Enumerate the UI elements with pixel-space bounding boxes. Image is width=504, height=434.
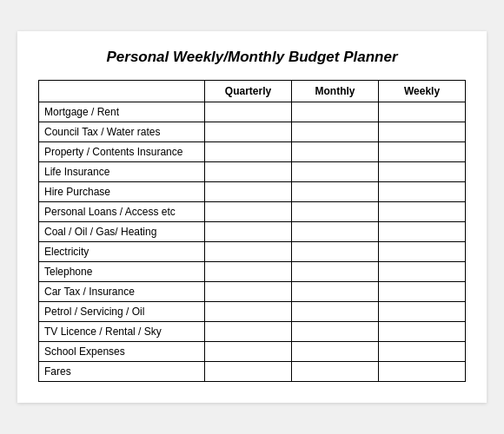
row-cell[interactable]: [379, 362, 466, 382]
row-cell[interactable]: [292, 202, 379, 222]
row-cell[interactable]: [379, 162, 466, 182]
table-row: Personal Loans / Access etc: [39, 202, 466, 222]
row-label: Life Insurance: [39, 162, 205, 182]
row-cell[interactable]: [379, 342, 466, 362]
table-row: Coal / Oil / Gas/ Heating: [39, 222, 466, 242]
row-cell[interactable]: [292, 242, 379, 262]
col-header-quarterly: Quarterly: [205, 81, 292, 102]
table-row: Mortgage / Rent: [39, 102, 466, 122]
row-cell[interactable]: [205, 202, 292, 222]
row-label: Property / Contents Insurance: [39, 142, 205, 162]
row-cell[interactable]: [205, 182, 292, 202]
row-label: Personal Loans / Access etc: [39, 202, 205, 222]
row-cell[interactable]: [379, 322, 466, 342]
row-label: Electricity: [39, 242, 205, 262]
row-cell[interactable]: [379, 282, 466, 302]
row-cell[interactable]: [379, 262, 466, 282]
table-row: Telephone: [39, 262, 466, 282]
row-cell[interactable]: [205, 282, 292, 302]
row-cell[interactable]: [205, 102, 292, 122]
row-label: Coal / Oil / Gas/ Heating: [39, 222, 205, 242]
col-header-monthly: Monthly: [292, 81, 379, 102]
table-row: Hire Purchase: [39, 182, 466, 202]
table-body: Mortgage / RentCouncil Tax / Water rates…: [39, 102, 466, 382]
table-row: Car Tax / Insurance: [39, 282, 466, 302]
row-cell[interactable]: [292, 342, 379, 362]
col-header-category: [39, 81, 205, 102]
row-cell[interactable]: [292, 122, 379, 142]
table-row: School Expenses: [39, 342, 466, 362]
row-label: School Expenses: [39, 342, 205, 362]
row-label: Mortgage / Rent: [39, 102, 205, 122]
row-cell[interactable]: [205, 302, 292, 322]
row-cell[interactable]: [379, 122, 466, 142]
row-cell[interactable]: [292, 182, 379, 202]
table-row: Electricity: [39, 242, 466, 262]
table-row: Petrol / Servicing / Oil: [39, 302, 466, 322]
row-cell[interactable]: [379, 142, 466, 162]
row-label: TV Licence / Rental / Sky: [39, 322, 205, 342]
row-cell[interactable]: [292, 102, 379, 122]
table-row: Council Tax / Water rates: [39, 122, 466, 142]
row-label: Council Tax / Water rates: [39, 122, 205, 142]
table-row: Property / Contents Insurance: [39, 142, 466, 162]
row-cell[interactable]: [292, 162, 379, 182]
row-label: Telephone: [39, 262, 205, 282]
budget-planner-page: Personal Weekly/Monthly Budget Planner Q…: [17, 31, 487, 403]
row-label: Fares: [39, 362, 205, 382]
row-cell[interactable]: [205, 162, 292, 182]
row-cell[interactable]: [292, 302, 379, 322]
row-cell[interactable]: [292, 362, 379, 382]
row-cell[interactable]: [205, 142, 292, 162]
row-cell[interactable]: [379, 102, 466, 122]
row-cell[interactable]: [292, 262, 379, 282]
row-cell[interactable]: [379, 202, 466, 222]
row-cell[interactable]: [205, 122, 292, 142]
row-cell[interactable]: [205, 242, 292, 262]
row-cell[interactable]: [205, 222, 292, 242]
row-label: Petrol / Servicing / Oil: [39, 302, 205, 322]
row-cell[interactable]: [292, 222, 379, 242]
row-label: Hire Purchase: [39, 182, 205, 202]
budget-table: Quarterly Monthly Weekly Mortgage / Rent…: [38, 80, 466, 382]
row-cell[interactable]: [292, 142, 379, 162]
row-cell[interactable]: [205, 322, 292, 342]
row-cell[interactable]: [379, 242, 466, 262]
row-cell[interactable]: [379, 302, 466, 322]
table-row: Life Insurance: [39, 162, 466, 182]
table-header: Quarterly Monthly Weekly: [39, 81, 466, 102]
row-cell[interactable]: [205, 362, 292, 382]
row-cell[interactable]: [292, 322, 379, 342]
row-cell[interactable]: [379, 222, 466, 242]
table-row: Fares: [39, 362, 466, 382]
row-cell[interactable]: [292, 282, 379, 302]
row-label: Car Tax / Insurance: [39, 282, 205, 302]
row-cell[interactable]: [379, 182, 466, 202]
page-title: Personal Weekly/Monthly Budget Planner: [38, 49, 466, 66]
col-header-weekly: Weekly: [379, 81, 466, 102]
table-row: TV Licence / Rental / Sky: [39, 322, 466, 342]
row-cell[interactable]: [205, 262, 292, 282]
row-cell[interactable]: [205, 342, 292, 362]
